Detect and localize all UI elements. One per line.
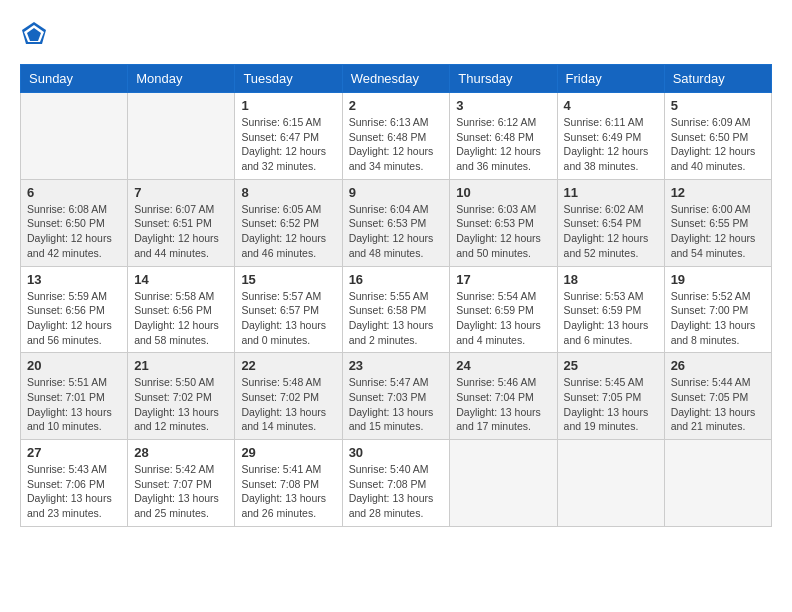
- day-number: 30: [349, 445, 444, 460]
- calendar-cell: 8Sunrise: 6:05 AM Sunset: 6:52 PM Daylig…: [235, 179, 342, 266]
- day-info: Sunrise: 5:54 AM Sunset: 6:59 PM Dayligh…: [456, 289, 550, 348]
- calendar-week-row: 27Sunrise: 5:43 AM Sunset: 7:06 PM Dayli…: [21, 440, 772, 527]
- calendar-cell: 14Sunrise: 5:58 AM Sunset: 6:56 PM Dayli…: [128, 266, 235, 353]
- day-number: 18: [564, 272, 658, 287]
- calendar-cell: 24Sunrise: 5:46 AM Sunset: 7:04 PM Dayli…: [450, 353, 557, 440]
- day-number: 27: [27, 445, 121, 460]
- page-header: [20, 20, 772, 48]
- day-info: Sunrise: 5:51 AM Sunset: 7:01 PM Dayligh…: [27, 375, 121, 434]
- calendar-table: SundayMondayTuesdayWednesdayThursdayFrid…: [20, 64, 772, 527]
- calendar-cell: 2Sunrise: 6:13 AM Sunset: 6:48 PM Daylig…: [342, 93, 450, 180]
- day-info: Sunrise: 5:43 AM Sunset: 7:06 PM Dayligh…: [27, 462, 121, 521]
- calendar-cell: 4Sunrise: 6:11 AM Sunset: 6:49 PM Daylig…: [557, 93, 664, 180]
- day-info: Sunrise: 6:09 AM Sunset: 6:50 PM Dayligh…: [671, 115, 765, 174]
- day-info: Sunrise: 6:08 AM Sunset: 6:50 PM Dayligh…: [27, 202, 121, 261]
- day-number: 6: [27, 185, 121, 200]
- calendar-week-row: 6Sunrise: 6:08 AM Sunset: 6:50 PM Daylig…: [21, 179, 772, 266]
- day-number: 10: [456, 185, 550, 200]
- calendar-cell: [128, 93, 235, 180]
- weekday-header-row: SundayMondayTuesdayWednesdayThursdayFrid…: [21, 65, 772, 93]
- calendar-week-row: 13Sunrise: 5:59 AM Sunset: 6:56 PM Dayli…: [21, 266, 772, 353]
- day-info: Sunrise: 6:00 AM Sunset: 6:55 PM Dayligh…: [671, 202, 765, 261]
- calendar-cell: [21, 93, 128, 180]
- day-number: 24: [456, 358, 550, 373]
- calendar-cell: [450, 440, 557, 527]
- calendar-cell: 7Sunrise: 6:07 AM Sunset: 6:51 PM Daylig…: [128, 179, 235, 266]
- calendar-cell: 6Sunrise: 6:08 AM Sunset: 6:50 PM Daylig…: [21, 179, 128, 266]
- weekday-header-thursday: Thursday: [450, 65, 557, 93]
- day-info: Sunrise: 6:11 AM Sunset: 6:49 PM Dayligh…: [564, 115, 658, 174]
- day-info: Sunrise: 5:55 AM Sunset: 6:58 PM Dayligh…: [349, 289, 444, 348]
- day-info: Sunrise: 6:15 AM Sunset: 6:47 PM Dayligh…: [241, 115, 335, 174]
- day-info: Sunrise: 5:53 AM Sunset: 6:59 PM Dayligh…: [564, 289, 658, 348]
- day-number: 21: [134, 358, 228, 373]
- calendar-cell: 11Sunrise: 6:02 AM Sunset: 6:54 PM Dayli…: [557, 179, 664, 266]
- calendar-cell: 9Sunrise: 6:04 AM Sunset: 6:53 PM Daylig…: [342, 179, 450, 266]
- day-number: 9: [349, 185, 444, 200]
- day-info: Sunrise: 5:57 AM Sunset: 6:57 PM Dayligh…: [241, 289, 335, 348]
- calendar-cell: 15Sunrise: 5:57 AM Sunset: 6:57 PM Dayli…: [235, 266, 342, 353]
- day-number: 23: [349, 358, 444, 373]
- day-info: Sunrise: 5:46 AM Sunset: 7:04 PM Dayligh…: [456, 375, 550, 434]
- day-number: 20: [27, 358, 121, 373]
- day-number: 17: [456, 272, 550, 287]
- day-number: 19: [671, 272, 765, 287]
- logo-icon: [20, 20, 48, 48]
- day-number: 29: [241, 445, 335, 460]
- day-number: 26: [671, 358, 765, 373]
- day-info: Sunrise: 6:07 AM Sunset: 6:51 PM Dayligh…: [134, 202, 228, 261]
- day-number: 28: [134, 445, 228, 460]
- calendar-cell: 29Sunrise: 5:41 AM Sunset: 7:08 PM Dayli…: [235, 440, 342, 527]
- weekday-header-wednesday: Wednesday: [342, 65, 450, 93]
- calendar-cell: 21Sunrise: 5:50 AM Sunset: 7:02 PM Dayli…: [128, 353, 235, 440]
- day-number: 12: [671, 185, 765, 200]
- calendar-cell: 18Sunrise: 5:53 AM Sunset: 6:59 PM Dayli…: [557, 266, 664, 353]
- calendar-cell: 20Sunrise: 5:51 AM Sunset: 7:01 PM Dayli…: [21, 353, 128, 440]
- day-info: Sunrise: 5:41 AM Sunset: 7:08 PM Dayligh…: [241, 462, 335, 521]
- calendar-week-row: 20Sunrise: 5:51 AM Sunset: 7:01 PM Dayli…: [21, 353, 772, 440]
- calendar-cell: 25Sunrise: 5:45 AM Sunset: 7:05 PM Dayli…: [557, 353, 664, 440]
- day-info: Sunrise: 5:58 AM Sunset: 6:56 PM Dayligh…: [134, 289, 228, 348]
- calendar-cell: 30Sunrise: 5:40 AM Sunset: 7:08 PM Dayli…: [342, 440, 450, 527]
- day-info: Sunrise: 5:50 AM Sunset: 7:02 PM Dayligh…: [134, 375, 228, 434]
- day-number: 14: [134, 272, 228, 287]
- calendar-cell: 26Sunrise: 5:44 AM Sunset: 7:05 PM Dayli…: [664, 353, 771, 440]
- calendar-cell: 3Sunrise: 6:12 AM Sunset: 6:48 PM Daylig…: [450, 93, 557, 180]
- day-info: Sunrise: 5:48 AM Sunset: 7:02 PM Dayligh…: [241, 375, 335, 434]
- calendar-cell: 22Sunrise: 5:48 AM Sunset: 7:02 PM Dayli…: [235, 353, 342, 440]
- day-info: Sunrise: 6:05 AM Sunset: 6:52 PM Dayligh…: [241, 202, 335, 261]
- calendar-cell: [664, 440, 771, 527]
- day-number: 11: [564, 185, 658, 200]
- day-info: Sunrise: 6:02 AM Sunset: 6:54 PM Dayligh…: [564, 202, 658, 261]
- weekday-header-saturday: Saturday: [664, 65, 771, 93]
- day-number: 25: [564, 358, 658, 373]
- day-number: 15: [241, 272, 335, 287]
- day-info: Sunrise: 6:13 AM Sunset: 6:48 PM Dayligh…: [349, 115, 444, 174]
- weekday-header-tuesday: Tuesday: [235, 65, 342, 93]
- day-number: 22: [241, 358, 335, 373]
- day-number: 1: [241, 98, 335, 113]
- calendar-week-row: 1Sunrise: 6:15 AM Sunset: 6:47 PM Daylig…: [21, 93, 772, 180]
- calendar-cell: 13Sunrise: 5:59 AM Sunset: 6:56 PM Dayli…: [21, 266, 128, 353]
- day-number: 5: [671, 98, 765, 113]
- calendar-cell: 10Sunrise: 6:03 AM Sunset: 6:53 PM Dayli…: [450, 179, 557, 266]
- calendar-cell: 19Sunrise: 5:52 AM Sunset: 7:00 PM Dayli…: [664, 266, 771, 353]
- calendar-cell: 1Sunrise: 6:15 AM Sunset: 6:47 PM Daylig…: [235, 93, 342, 180]
- day-info: Sunrise: 5:45 AM Sunset: 7:05 PM Dayligh…: [564, 375, 658, 434]
- calendar-cell: 28Sunrise: 5:42 AM Sunset: 7:07 PM Dayli…: [128, 440, 235, 527]
- day-info: Sunrise: 6:03 AM Sunset: 6:53 PM Dayligh…: [456, 202, 550, 261]
- day-info: Sunrise: 5:42 AM Sunset: 7:07 PM Dayligh…: [134, 462, 228, 521]
- day-number: 3: [456, 98, 550, 113]
- calendar-cell: 12Sunrise: 6:00 AM Sunset: 6:55 PM Dayli…: [664, 179, 771, 266]
- logo: [20, 20, 52, 48]
- day-number: 4: [564, 98, 658, 113]
- calendar-cell: 16Sunrise: 5:55 AM Sunset: 6:58 PM Dayli…: [342, 266, 450, 353]
- calendar-cell: 17Sunrise: 5:54 AM Sunset: 6:59 PM Dayli…: [450, 266, 557, 353]
- day-number: 13: [27, 272, 121, 287]
- day-info: Sunrise: 5:47 AM Sunset: 7:03 PM Dayligh…: [349, 375, 444, 434]
- calendar-cell: 27Sunrise: 5:43 AM Sunset: 7:06 PM Dayli…: [21, 440, 128, 527]
- day-number: 16: [349, 272, 444, 287]
- day-info: Sunrise: 5:44 AM Sunset: 7:05 PM Dayligh…: [671, 375, 765, 434]
- day-info: Sunrise: 6:04 AM Sunset: 6:53 PM Dayligh…: [349, 202, 444, 261]
- day-number: 2: [349, 98, 444, 113]
